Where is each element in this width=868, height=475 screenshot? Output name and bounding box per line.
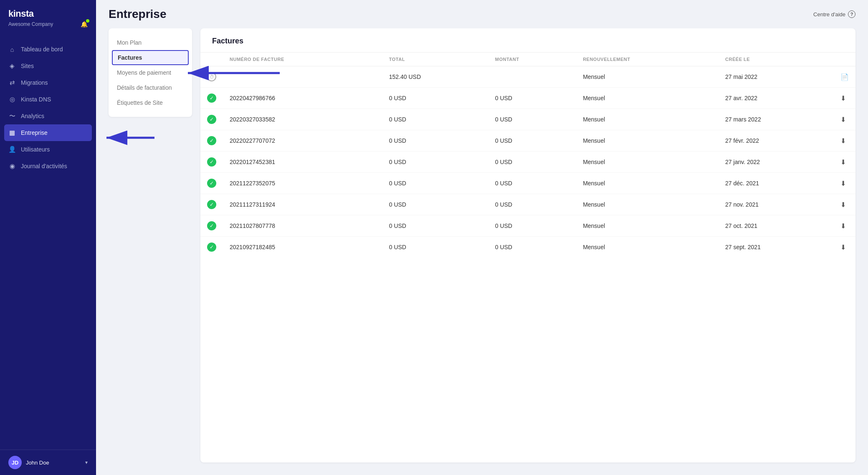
- cell-total: 152.40 USD: [382, 66, 488, 88]
- sidebar: kinsta Awesome Company 🔔 ⌂ Tableau de bo…: [0, 0, 96, 475]
- cell-creee-le: 27 sept. 2021: [719, 237, 834, 258]
- sidebar-item-sites[interactable]: ◈ Sites: [0, 58, 96, 74]
- table-row: ✓ 20211227352075 0 USD 0 USD Mensuel 27 …: [200, 173, 855, 194]
- cell-renouvellement: Mensuel: [576, 215, 719, 237]
- cell-montant: 0 USD: [488, 194, 576, 215]
- col-action: [834, 53, 855, 66]
- subnav-item-etiquettes-de-site[interactable]: Étiquettes de Site: [109, 95, 192, 110]
- cell-renouvellement: Mensuel: [576, 66, 719, 88]
- cell-action[interactable]: ⬇: [834, 215, 855, 237]
- download-button[interactable]: ⬇: [840, 222, 846, 230]
- cell-action[interactable]: ⬇: [834, 88, 855, 109]
- table-row: ✓ 20211027807778 0 USD 0 USD Mensuel 27 …: [200, 215, 855, 237]
- sidebar-item-journal-activites[interactable]: ◉ Journal d'activités: [0, 158, 96, 174]
- home-icon: ⌂: [8, 45, 16, 53]
- cell-numero: 20220327033582: [223, 109, 382, 130]
- sidebar-item-tableau-de-bord[interactable]: ⌂ Tableau de bord: [0, 41, 96, 58]
- sidebar-item-label: Migrations: [21, 79, 48, 86]
- cell-numero: 20220127452381: [223, 152, 382, 173]
- cell-action[interactable]: 📄: [834, 66, 855, 88]
- cell-renouvellement: Mensuel: [576, 130, 719, 152]
- page-title: Entreprise: [109, 8, 167, 21]
- cell-action[interactable]: ⬇: [834, 237, 855, 258]
- download-button[interactable]: ⬇: [840, 201, 846, 208]
- status-green-icon: ✓: [207, 93, 216, 103]
- col-montant: MONTANT: [488, 53, 576, 66]
- cell-total: 0 USD: [382, 194, 488, 215]
- cell-creee-le: 27 oct. 2021: [719, 215, 834, 237]
- cell-action[interactable]: ⬇: [834, 194, 855, 215]
- cell-total: 0 USD: [382, 215, 488, 237]
- entreprise-icon: ▦: [8, 129, 16, 136]
- cell-status: ⏱: [200, 66, 223, 88]
- col-renouvellement: RENOUVELLEMENT: [576, 53, 719, 66]
- download-button[interactable]: ⬇: [840, 116, 846, 123]
- cell-total: 0 USD: [382, 130, 488, 152]
- download-button[interactable]: ⬇: [840, 95, 846, 102]
- subnav-item-details-de-facturation[interactable]: Détails de facturation: [109, 80, 192, 95]
- topbar: Entreprise Centre d'aide ?: [96, 0, 868, 28]
- main-panel: Factures NUMÉRO DE FACTURE TOTAL MONTANT…: [200, 28, 855, 462]
- status-green-icon: ✓: [207, 200, 216, 209]
- sidebar-item-analytics[interactable]: 〜 Analytics: [0, 108, 96, 124]
- sidebar-nav: ⌂ Tableau de bord ◈ Sites ⇄ Migrations ◎…: [0, 38, 96, 450]
- cell-total: 0 USD: [382, 237, 488, 258]
- cell-status: ✓: [200, 215, 223, 237]
- sidebar-footer[interactable]: JD John Doe ▾: [0, 450, 96, 475]
- cell-montant: 0 USD: [488, 237, 576, 258]
- cell-total: 0 USD: [382, 173, 488, 194]
- cell-montant: [488, 66, 576, 88]
- cell-status: ✓: [200, 237, 223, 258]
- cell-status: ✓: [200, 152, 223, 173]
- sidebar-item-migrations[interactable]: ⇄ Migrations: [0, 74, 96, 91]
- sidebar-item-utilisateurs[interactable]: 👤 Utilisateurs: [0, 141, 96, 158]
- help-circle-icon: ?: [848, 10, 855, 18]
- cell-total: 0 USD: [382, 152, 488, 173]
- dns-icon: ◎: [8, 96, 16, 103]
- status-green-icon: ✓: [207, 243, 216, 252]
- cell-action[interactable]: ⬇: [834, 152, 855, 173]
- sites-icon: ◈: [8, 62, 16, 70]
- document-icon[interactable]: 📄: [840, 73, 849, 81]
- cell-numero: 20211127311924: [223, 194, 382, 215]
- help-link[interactable]: Centre d'aide ?: [813, 10, 855, 18]
- cell-status: ✓: [200, 173, 223, 194]
- sidebar-item-kinsta-dns[interactable]: ◎ Kinsta DNS: [0, 91, 96, 108]
- user-name: John Doe: [26, 460, 49, 466]
- cell-montant: 0 USD: [488, 173, 576, 194]
- cell-action[interactable]: ⬇: [834, 130, 855, 152]
- cell-creee-le: 27 nov. 2021: [719, 194, 834, 215]
- sidebar-item-label: Journal d'activités: [21, 163, 67, 169]
- subnav-item-moyens-de-paiement[interactable]: Moyens de paiement: [109, 65, 192, 80]
- help-label: Centre d'aide: [813, 11, 845, 18]
- table-row: ✓ 20220127452381 0 USD 0 USD Mensuel 27 …: [200, 152, 855, 173]
- download-button[interactable]: ⬇: [840, 159, 846, 166]
- cell-montant: 0 USD: [488, 152, 576, 173]
- bell-icon[interactable]: 🔔: [81, 21, 88, 28]
- download-button[interactable]: ⬇: [840, 137, 846, 144]
- users-icon: 👤: [8, 146, 16, 153]
- cell-creee-le: 27 déc. 2021: [719, 173, 834, 194]
- status-green-icon: ✓: [207, 221, 216, 230]
- subnav-item-mon-plan[interactable]: Mon Plan: [109, 35, 192, 50]
- sidebar-item-label: Kinsta DNS: [21, 96, 51, 103]
- cell-action[interactable]: ⬇: [834, 109, 855, 130]
- cell-numero: 20220427986766: [223, 88, 382, 109]
- main-content: Entreprise Centre d'aide ? Mon Plan Fact…: [96, 0, 868, 475]
- panel-header: Factures: [200, 28, 855, 53]
- table-row: ✓ 20211127311924 0 USD 0 USD Mensuel 27 …: [200, 194, 855, 215]
- analytics-icon: 〜: [8, 112, 16, 120]
- cell-numero: 20210927182485: [223, 237, 382, 258]
- logo-area: kinsta Awesome Company 🔔: [0, 0, 96, 38]
- cell-montant: 0 USD: [488, 130, 576, 152]
- subnav-item-factures[interactable]: Factures: [112, 50, 189, 65]
- cell-creee-le: 27 avr. 2022: [719, 88, 834, 109]
- download-button[interactable]: ⬇: [840, 180, 846, 187]
- download-button[interactable]: ⬇: [840, 244, 846, 251]
- sidebar-item-entreprise[interactable]: ▦ Entreprise: [4, 124, 92, 141]
- status-green-icon: ✓: [207, 136, 216, 145]
- sidebar-item-label: Sites: [21, 63, 34, 69]
- cell-status: ✓: [200, 130, 223, 152]
- cell-action[interactable]: ⬇: [834, 173, 855, 194]
- invoice-table: NUMÉRO DE FACTURE TOTAL MONTANT RENOUVEL…: [200, 53, 855, 258]
